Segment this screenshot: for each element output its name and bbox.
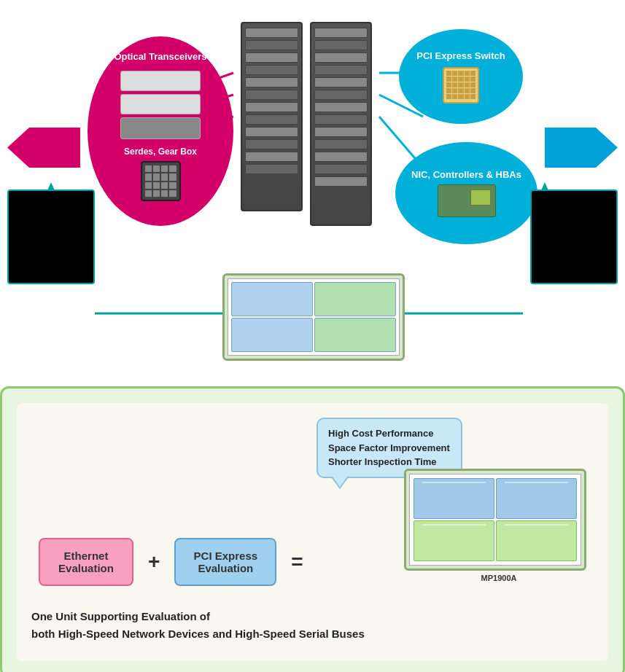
ethernet-label: EthernetEvaluation: [58, 550, 114, 574]
pci-express-evaluation-box: PCI ExpressEvaluation: [174, 538, 276, 586]
pci-chip: [443, 67, 479, 103]
device-inner: [228, 278, 400, 356]
pci-label: PCI Express Switch: [416, 50, 505, 61]
serdes-label: Serdes, Gear Box: [124, 146, 197, 157]
transceiver-card-1: [120, 71, 201, 91]
nic-label: NIC, Controllers & HBAs: [411, 169, 521, 180]
top-section: Optical Transceivers Serdes, Gear Box: [0, 0, 625, 386]
pci-bubble: PCI Express Switch: [399, 29, 523, 124]
footer-line-2: both High-Speed Network Devices and High…: [31, 628, 365, 640]
mp1900a-frame: [404, 469, 586, 571]
feature-line-1: High Cost Performance: [328, 428, 433, 439]
bottom-inner: High Cost Performance Space Factor Impro…: [17, 403, 608, 661]
server-rack: [226, 22, 387, 233]
feature-line-3: Shorter Inspection Time: [328, 456, 437, 467]
device-panel-4: [314, 318, 396, 352]
left-arrow: [7, 128, 80, 168]
device-panel-1: [231, 282, 313, 316]
nic-chip: [470, 190, 491, 206]
mp1900a-inner: [409, 474, 581, 566]
nic-card: [438, 184, 496, 217]
pci-express-label: PCI ExpressEvaluation: [194, 550, 258, 574]
optical-bubble: Optical Transceivers Serdes, Gear Box: [88, 36, 233, 226]
device-panel-3: [231, 318, 313, 352]
mp1900a-panel-2: [496, 478, 577, 519]
box-left: [7, 190, 95, 284]
feature-text: High Cost Performance Space Factor Impro…: [328, 426, 451, 469]
mp1900a-label: MP1900A: [404, 574, 594, 582]
bottom-section: High Cost Performance Space Factor Impro…: [0, 386, 625, 672]
transceiver-card-2: [120, 94, 201, 114]
nic-bubble: NIC, Controllers & HBAs: [395, 142, 537, 244]
box-right: [530, 190, 618, 284]
right-arrow: [545, 128, 618, 168]
mp1900a-panel-4: [496, 520, 577, 561]
mp1900a-panel-3: [414, 520, 494, 561]
measurement-device: [222, 273, 405, 361]
rack-unit-2: [310, 22, 372, 226]
device-panel-2: [314, 282, 396, 316]
mp1900a-panel-1: [414, 478, 494, 519]
optical-label: Optical Transceivers: [114, 51, 206, 62]
equals-operator: =: [291, 550, 303, 574]
rack-unit-1: [241, 22, 303, 211]
ethernet-evaluation-box: EthernetEvaluation: [39, 538, 133, 586]
serdes-box: [141, 161, 181, 201]
footer-line-1: One Unit Supporting Evaluation of: [31, 610, 210, 622]
plus-operator: +: [148, 550, 160, 574]
footer-text: One Unit Supporting Evaluation of both H…: [31, 608, 594, 643]
transceiver-card-3: [120, 117, 201, 139]
mp1900a-device: MP1900A: [404, 469, 594, 578]
feature-line-2: Space Factor Improvement: [328, 442, 450, 453]
